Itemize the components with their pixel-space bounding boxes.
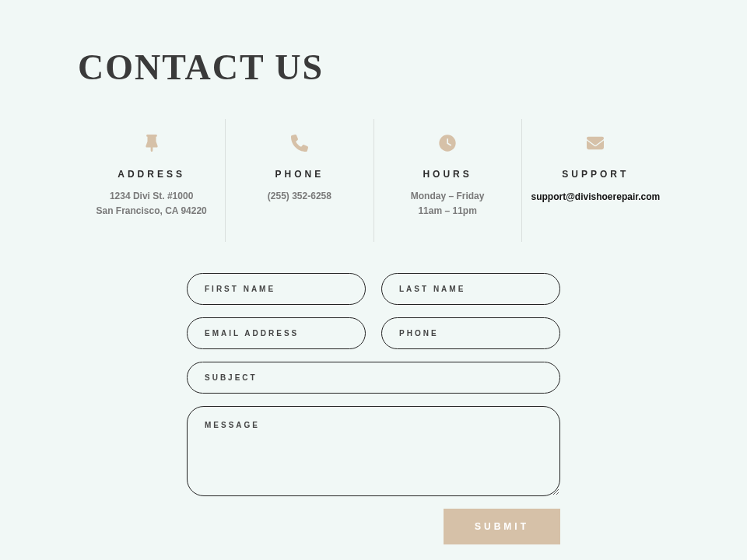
hours-line1: Monday – Friday [382,189,514,204]
phone-icon [291,135,308,152]
envelope-icon [587,135,604,152]
address-heading: ADDRESS [86,169,217,180]
contact-form: SUBMIT [187,273,560,544]
contact-info-row: ADDRESS 1234 Divi St. #1000 San Francisc… [78,119,669,242]
support-heading: SUPPORT [530,169,661,180]
hours-block: HOURS Monday – Friday 11am – 11pm [374,119,521,242]
map-pin-icon [143,135,160,152]
phone-value: (255) 352-6258 [233,189,365,204]
address-block: ADDRESS 1234 Divi St. #1000 San Francisc… [78,119,225,242]
hours-line2: 11am – 11pm [382,204,514,219]
last-name-input[interactable] [381,273,560,305]
phone-block: PHONE (255) 352-6258 [225,119,373,242]
phone-heading: PHONE [233,169,365,180]
clock-icon [439,135,456,152]
submit-button[interactable]: SUBMIT [444,509,560,544]
support-block: SUPPORT support@divishoerepair.com [521,119,669,242]
address-line2: San Francisco, CA 94220 [86,204,217,219]
phone-input[interactable] [381,317,560,349]
first-name-input[interactable] [187,273,366,305]
page-title: CONTACT US [78,47,669,88]
email-input[interactable] [187,317,366,349]
subject-input[interactable] [187,362,560,394]
hours-heading: HOURS [382,169,514,180]
support-email-link[interactable]: support@divishoerepair.com [531,191,661,202]
message-input[interactable] [187,406,560,496]
address-line1: 1234 Divi St. #1000 [86,189,217,204]
